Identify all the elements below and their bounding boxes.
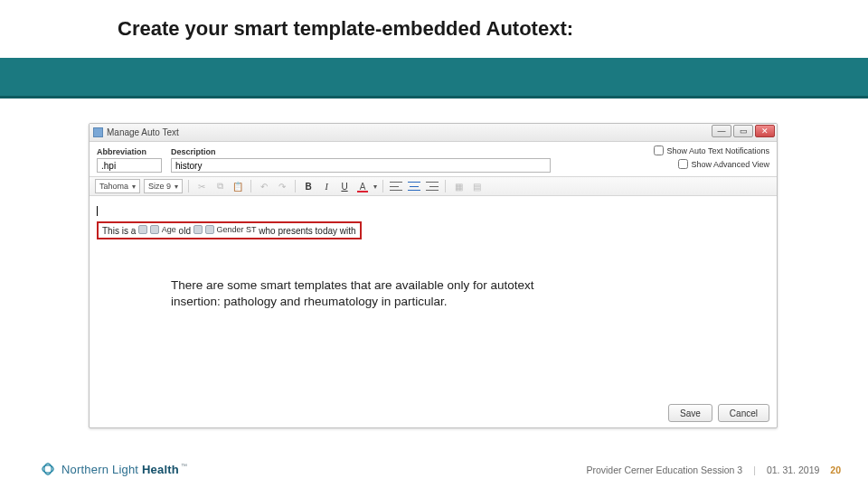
align-right-button[interactable]	[425, 179, 439, 193]
abbreviation-label: Abbreviation	[97, 147, 162, 156]
close-button[interactable]: ✕	[755, 125, 775, 137]
show-advanced-row[interactable]: Show Advanced View	[678, 159, 769, 169]
save-button[interactable]: Save	[668, 404, 712, 422]
footer-right: Provider Cerner Education Session 3 | 01…	[586, 465, 841, 475]
window-title: Manage Auto Text	[107, 127, 179, 137]
size-select-value: Size 9	[148, 182, 171, 191]
show-notifications-row[interactable]: Show Auto Text Notifications	[654, 145, 769, 155]
separator	[382, 180, 383, 192]
editor-toolbar: Tahoma ▾ Size 9 ▾ ✂ ⧉ 📋 ↶ ↷ B I U A ▾ ▦ …	[90, 176, 777, 196]
minimize-button[interactable]: —	[712, 125, 731, 137]
manage-autotext-window: Manage Auto Text — ▭ ✕ Abbreviation Desc…	[89, 123, 778, 428]
description-field-group: Description	[171, 147, 551, 173]
brand-light: Northern Light	[61, 463, 138, 476]
underline-button[interactable]: U	[337, 179, 352, 193]
page-number: 20	[830, 465, 841, 475]
align-center-button[interactable]	[407, 179, 421, 193]
teal-underline	[0, 96, 868, 99]
abbreviation-input[interactable]	[97, 158, 162, 173]
template-highlight-box: This is a Age old Gender ST who presents…	[97, 221, 362, 239]
brand-logo: Northern Light Health™	[40, 461, 187, 477]
insert-button-2[interactable]: ▤	[469, 179, 484, 193]
font-select[interactable]: Tahoma ▾	[95, 179, 140, 193]
size-select[interactable]: Size 9 ▾	[144, 179, 183, 193]
slide-title-band: Create your smart template-embedded Auto…	[0, 0, 868, 58]
template-text-old: old	[179, 226, 191, 236]
font-select-value: Tahoma	[99, 182, 128, 191]
age-chip-label: Age	[162, 225, 176, 234]
separator	[295, 180, 296, 192]
gender-chip-label: Gender ST	[217, 225, 257, 234]
window-controls: — ▭ ✕	[712, 125, 775, 137]
template-text-lead: This is a	[102, 226, 136, 236]
explanatory-note: There are some smart templates that are …	[171, 277, 560, 310]
editor-body[interactable]: This is a Age old Gender ST who presents…	[90, 196, 777, 247]
template-icon	[138, 225, 147, 234]
copy-button[interactable]: ⧉	[212, 179, 227, 193]
separator	[188, 180, 189, 192]
show-advanced-checkbox[interactable]	[678, 159, 688, 169]
tm-mark: ™	[181, 463, 187, 469]
template-icon	[205, 225, 214, 234]
cursor-line	[97, 205, 769, 216]
insert-button-1[interactable]: ▦	[451, 179, 466, 193]
footer-divider: |	[753, 465, 756, 475]
chevron-down-icon: ▾	[132, 183, 136, 191]
bold-button[interactable]: B	[301, 179, 316, 193]
description-input[interactable]	[171, 158, 551, 173]
template-icon	[193, 225, 203, 234]
text-cursor	[97, 206, 98, 216]
separator	[445, 180, 446, 192]
cancel-button-label: Cancel	[730, 408, 758, 418]
template-text-tail: who presents today with	[259, 226, 355, 236]
footer-date: 01. 31. 2019	[767, 465, 819, 475]
brand-mark-icon	[40, 461, 56, 477]
show-notifications-checkbox[interactable]	[654, 145, 664, 155]
paste-button[interactable]: 📋	[231, 179, 245, 193]
dialog-buttons: Save Cancel	[668, 404, 769, 422]
show-advanced-label: Show Advanced View	[692, 160, 769, 169]
gender-chip[interactable]: Gender ST	[205, 225, 257, 234]
description-label: Description	[171, 147, 551, 156]
session-label: Provider Cerner Education Session 3	[586, 465, 742, 475]
cut-button[interactable]: ✂	[194, 179, 209, 193]
chevron-down-icon[interactable]: ▾	[373, 183, 377, 191]
save-button-label: Save	[680, 408, 701, 418]
slide-title: Create your smart template-embedded Auto…	[118, 17, 573, 41]
show-notifications-label: Show Auto Text Notifications	[667, 146, 769, 155]
template-icon	[150, 225, 159, 234]
smart-chip[interactable]	[138, 225, 147, 234]
checkbox-stack: Show Auto Text Notifications Show Advanc…	[654, 145, 769, 169]
abbreviation-field-group: Abbreviation	[97, 147, 162, 173]
app-icon	[93, 127, 103, 137]
align-left-button[interactable]	[389, 179, 403, 193]
cancel-button[interactable]: Cancel	[718, 404, 769, 422]
maximize-button[interactable]: ▭	[733, 125, 753, 137]
fields-row: Abbreviation Description Show Auto Text …	[90, 142, 777, 176]
teal-band	[0, 58, 868, 96]
smart-chip[interactable]	[193, 225, 203, 234]
separator	[250, 180, 251, 192]
brand-bold: Health	[142, 463, 179, 476]
age-chip[interactable]: Age	[150, 225, 176, 234]
chevron-down-icon: ▾	[175, 183, 178, 191]
brand-text: Northern Light Health™	[61, 463, 187, 476]
window-titlebar: Manage Auto Text — ▭ ✕	[90, 124, 777, 142]
font-color-button[interactable]: A	[355, 179, 370, 193]
italic-button[interactable]: I	[319, 179, 334, 193]
undo-button[interactable]: ↶	[257, 179, 271, 193]
redo-button[interactable]: ↷	[275, 179, 289, 193]
